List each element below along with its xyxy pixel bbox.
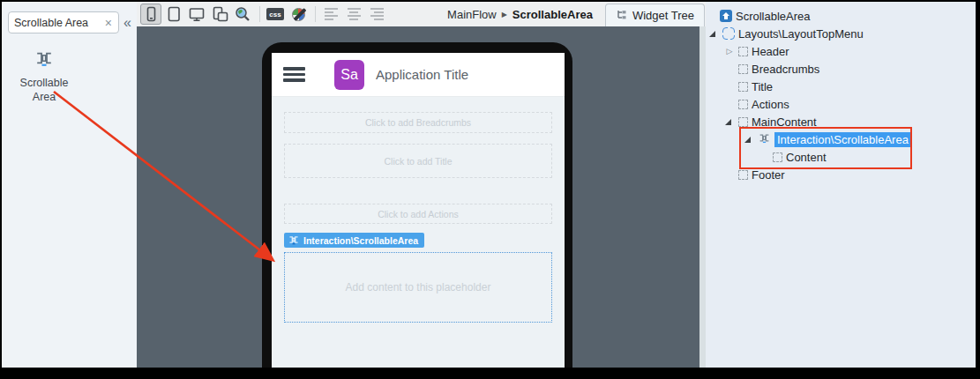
breadcrumbs-placeholder[interactable]: Click to add Breadcrumbs	[284, 112, 552, 133]
theme-button[interactable]	[288, 4, 309, 25]
expander-collapsed-icon[interactable]: ▷	[725, 48, 734, 56]
region-icon	[738, 47, 748, 56]
tree-row-layouttopmenu[interactable]: Layouts\LayoutTopMenu	[707, 25, 976, 42]
selected-tree-label: Interaction\ScrollableArea	[774, 132, 911, 147]
page-icon	[720, 10, 732, 22]
widget-tree-panel: ScrollableArea Layouts\LayoutTopMenu ▷ H…	[706, 2, 976, 368]
tree-row-interaction-scrollablearea[interactable]: Interaction\ScrollableArea	[707, 130, 976, 148]
region-icon	[738, 64, 748, 74]
rotate-device-button[interactable]	[209, 4, 230, 25]
tab-widget-tree[interactable]: Widget Tree	[605, 4, 705, 26]
palette-item-scrollable-area[interactable]: Scrollable Area	[2, 48, 86, 104]
toolbar-separator	[315, 6, 316, 22]
app-title[interactable]: Application Title	[376, 67, 468, 82]
tab-label: Widget Tree	[632, 9, 694, 22]
region-icon	[738, 100, 748, 109]
clear-search-icon[interactable]: ×	[104, 17, 113, 29]
region-icon	[738, 117, 748, 127]
breadcrumb-parent[interactable]: MainFlow	[447, 8, 497, 21]
tree-icon	[616, 9, 627, 23]
app-logo-badge[interactable]: Sa	[334, 60, 364, 90]
align-right-button[interactable]	[366, 4, 387, 25]
phone-mockup: Sa Application Title Click to add Breadc…	[262, 42, 572, 368]
collapse-panel-icon[interactable]: «	[123, 16, 131, 30]
tree-row-footer[interactable]: Footer	[707, 166, 976, 183]
expander-expanded-icon[interactable]	[725, 119, 731, 125]
region-icon	[738, 170, 748, 180]
device-desktop-button[interactable]	[186, 4, 207, 25]
widget-tree: ScrollableArea Layouts\LayoutTopMenu ▷ H…	[706, 2, 976, 183]
breadcrumb: MainFlow ▶ ScrollableArea	[447, 8, 593, 21]
tree-row-actions[interactable]: Actions	[707, 95, 976, 113]
scrollable-area-content-placeholder[interactable]: Add content to this placeholder	[284, 252, 552, 323]
selected-widget-label[interactable]: Interaction\ScrollableArea	[284, 233, 424, 248]
tree-row-scrollablearea[interactable]: ScrollableArea	[707, 7, 976, 25]
canvas-toolbar: css MainFlow ▶ ScrollableArea	[137, 2, 706, 26]
scrollable-area-icon	[34, 48, 55, 72]
device-tablet-button[interactable]	[163, 4, 184, 25]
region-icon	[773, 152, 782, 162]
widget-label-text: Interaction\ScrollableArea	[303, 235, 418, 246]
tree-row-title[interactable]: Title	[707, 78, 976, 95]
menu-icon[interactable]	[283, 67, 305, 82]
breadcrumb-separator-icon: ▶	[502, 11, 507, 19]
layout-icon	[722, 27, 735, 40]
tree-row-header[interactable]: ▷ Header	[707, 42, 976, 60]
palette-search-box[interactable]: ×	[8, 11, 119, 33]
toolbar-separator	[259, 6, 260, 22]
scrollable-area-icon	[288, 234, 300, 248]
palette-item-label: Scrollable Area	[13, 77, 75, 104]
designer-window: × « Scrollable Area	[0, 0, 980, 379]
tree-row-maincontent[interactable]: MainContent	[707, 113, 976, 130]
tree-row-breadcrumbs[interactable]: Breadcrumbs	[707, 60, 976, 78]
title-placeholder[interactable]: Click to add Title	[284, 144, 552, 178]
search-input[interactable]	[14, 17, 104, 29]
phone-screen: Sa Application Title Click to add Breadc…	[272, 53, 565, 368]
device-phone-button[interactable]	[140, 4, 161, 25]
scrollable-area-icon	[758, 131, 771, 147]
align-center-button[interactable]	[343, 4, 364, 25]
actions-placeholder[interactable]: Click to add Actions	[284, 204, 552, 224]
widget-palette-panel: × « Scrollable Area	[2, 2, 137, 368]
app-header: Sa Application Title	[272, 53, 565, 97]
page-content: Click to add Breadcrumbs Click to add Ti…	[272, 97, 565, 323]
css-button[interactable]: css	[265, 4, 286, 25]
region-icon	[738, 82, 748, 92]
preview-button[interactable]	[232, 4, 253, 25]
design-canvas[interactable]: Sa Application Title Click to add Breadc…	[137, 26, 699, 368]
breadcrumb-current: ScrollableArea	[512, 8, 593, 21]
expander-expanded-icon[interactable]	[744, 137, 751, 143]
tree-row-content[interactable]: Content	[707, 148, 976, 166]
expander-expanded-icon[interactable]	[709, 31, 715, 37]
align-left-button[interactable]	[320, 4, 341, 25]
